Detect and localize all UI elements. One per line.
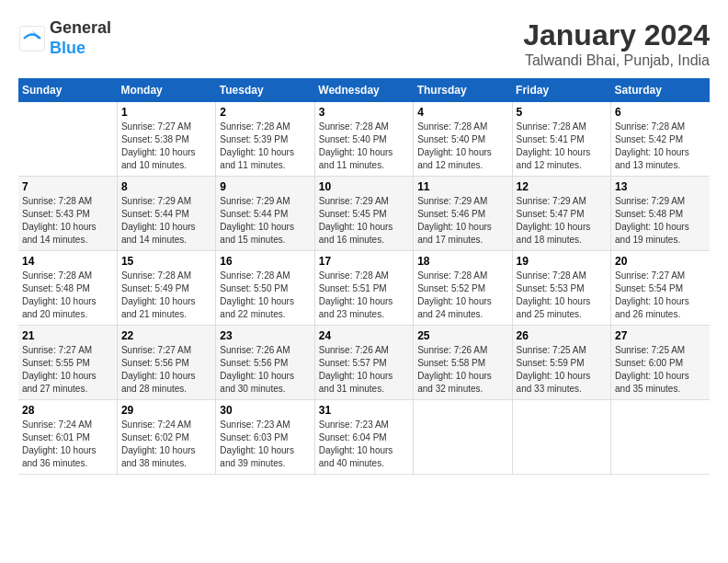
logo-icon bbox=[18, 25, 46, 52]
calendar-cell: 2Sunrise: 7:28 AM Sunset: 5:39 PM Daylig… bbox=[216, 102, 314, 177]
logo: General Blue bbox=[18, 18, 111, 58]
day-number: 10 bbox=[319, 180, 409, 193]
day-number: 27 bbox=[615, 329, 706, 342]
day-info: Sunrise: 7:27 AM Sunset: 5:38 PM Dayligh… bbox=[121, 121, 211, 172]
day-info: Sunrise: 7:28 AM Sunset: 5:39 PM Dayligh… bbox=[220, 121, 310, 172]
day-info: Sunrise: 7:28 AM Sunset: 5:50 PM Dayligh… bbox=[220, 270, 310, 321]
header-sunday: Sunday bbox=[18, 78, 117, 102]
day-number: 6 bbox=[615, 106, 706, 119]
calendar-cell: 18Sunrise: 7:28 AM Sunset: 5:52 PM Dayli… bbox=[414, 251, 512, 326]
day-number: 13 bbox=[615, 180, 706, 193]
day-info: Sunrise: 7:25 AM Sunset: 6:00 PM Dayligh… bbox=[615, 344, 706, 396]
header-monday: Monday bbox=[117, 78, 215, 102]
calendar-cell: 17Sunrise: 7:28 AM Sunset: 5:51 PM Dayli… bbox=[314, 251, 413, 326]
calendar-cell bbox=[512, 400, 610, 475]
day-info: Sunrise: 7:28 AM Sunset: 5:40 PM Dayligh… bbox=[319, 121, 409, 172]
day-info: Sunrise: 7:24 AM Sunset: 6:02 PM Dayligh… bbox=[121, 419, 211, 470]
week-row-1: 7Sunrise: 7:28 AM Sunset: 5:43 PM Daylig… bbox=[18, 177, 710, 251]
calendar-cell: 9Sunrise: 7:29 AM Sunset: 5:44 PM Daylig… bbox=[216, 177, 314, 251]
day-number: 2 bbox=[220, 106, 310, 119]
day-info: Sunrise: 7:23 AM Sunset: 6:04 PM Dayligh… bbox=[319, 419, 409, 470]
day-number: 28 bbox=[22, 404, 113, 417]
calendar-cell bbox=[18, 102, 117, 177]
calendar-cell: 7Sunrise: 7:28 AM Sunset: 5:43 PM Daylig… bbox=[18, 177, 117, 251]
day-number: 25 bbox=[417, 329, 507, 342]
calendar-cell: 26Sunrise: 7:25 AM Sunset: 5:59 PM Dayli… bbox=[512, 326, 610, 400]
header-tuesday: Tuesday bbox=[216, 78, 314, 102]
calendar-title: January 2024 bbox=[523, 18, 710, 52]
calendar-cell: 21Sunrise: 7:27 AM Sunset: 5:55 PM Dayli… bbox=[18, 326, 117, 400]
calendar-cell: 3Sunrise: 7:28 AM Sunset: 5:40 PM Daylig… bbox=[314, 102, 413, 177]
calendar-cell: 1Sunrise: 7:27 AM Sunset: 5:38 PM Daylig… bbox=[117, 102, 215, 177]
day-info: Sunrise: 7:28 AM Sunset: 5:40 PM Dayligh… bbox=[417, 121, 507, 172]
calendar-cell: 30Sunrise: 7:23 AM Sunset: 6:03 PM Dayli… bbox=[216, 400, 314, 475]
day-number: 14 bbox=[22, 255, 113, 268]
calendar-cell: 24Sunrise: 7:26 AM Sunset: 5:57 PM Dayli… bbox=[314, 326, 413, 400]
logo-line2: Blue bbox=[50, 39, 111, 59]
calendar-cell: 16Sunrise: 7:28 AM Sunset: 5:50 PM Dayli… bbox=[216, 251, 314, 326]
calendar-cell bbox=[414, 400, 512, 475]
day-number: 12 bbox=[517, 180, 607, 193]
day-info: Sunrise: 7:28 AM Sunset: 5:41 PM Dayligh… bbox=[517, 121, 607, 172]
calendar-cell bbox=[611, 400, 710, 475]
day-number: 16 bbox=[220, 255, 310, 268]
day-number: 11 bbox=[417, 180, 507, 193]
day-number: 24 bbox=[319, 329, 409, 342]
calendar-cell: 11Sunrise: 7:29 AM Sunset: 5:46 PM Dayli… bbox=[414, 177, 512, 251]
day-number: 26 bbox=[517, 329, 607, 342]
calendar-cell: 31Sunrise: 7:23 AM Sunset: 6:04 PM Dayli… bbox=[314, 400, 413, 475]
calendar-cell: 6Sunrise: 7:28 AM Sunset: 5:42 PM Daylig… bbox=[611, 102, 710, 177]
day-info: Sunrise: 7:28 AM Sunset: 5:53 PM Dayligh… bbox=[517, 270, 607, 321]
day-number: 17 bbox=[319, 255, 409, 268]
day-info: Sunrise: 7:29 AM Sunset: 5:45 PM Dayligh… bbox=[319, 195, 409, 247]
day-number: 15 bbox=[121, 255, 211, 268]
logo-line1: General bbox=[50, 18, 111, 39]
week-row-4: 28Sunrise: 7:24 AM Sunset: 6:01 PM Dayli… bbox=[18, 400, 710, 475]
calendar-cell: 28Sunrise: 7:24 AM Sunset: 6:01 PM Dayli… bbox=[18, 400, 117, 475]
day-number: 21 bbox=[22, 329, 113, 342]
day-number: 30 bbox=[220, 404, 310, 417]
calendar-cell: 27Sunrise: 7:25 AM Sunset: 6:00 PM Dayli… bbox=[611, 326, 710, 400]
day-info: Sunrise: 7:26 AM Sunset: 5:57 PM Dayligh… bbox=[319, 344, 409, 396]
day-number: 1 bbox=[121, 106, 211, 119]
day-info: Sunrise: 7:28 AM Sunset: 5:49 PM Dayligh… bbox=[121, 270, 211, 321]
header-friday: Friday bbox=[512, 78, 610, 102]
day-number: 7 bbox=[22, 180, 113, 193]
header-thursday: Thursday bbox=[414, 78, 512, 102]
calendar-cell: 20Sunrise: 7:27 AM Sunset: 5:54 PM Dayli… bbox=[611, 251, 710, 326]
day-number: 8 bbox=[121, 180, 211, 193]
week-row-0: 1Sunrise: 7:27 AM Sunset: 5:38 PM Daylig… bbox=[18, 102, 710, 177]
page-header: General Blue January 2024 Talwandi Bhai,… bbox=[18, 18, 710, 69]
day-info: Sunrise: 7:24 AM Sunset: 6:01 PM Dayligh… bbox=[22, 419, 113, 470]
week-row-2: 14Sunrise: 7:28 AM Sunset: 5:48 PM Dayli… bbox=[18, 251, 710, 326]
week-row-3: 21Sunrise: 7:27 AM Sunset: 5:55 PM Dayli… bbox=[18, 326, 710, 400]
day-info: Sunrise: 7:28 AM Sunset: 5:43 PM Dayligh… bbox=[22, 195, 113, 247]
calendar-cell: 13Sunrise: 7:29 AM Sunset: 5:48 PM Dayli… bbox=[611, 177, 710, 251]
calendar-cell: 19Sunrise: 7:28 AM Sunset: 5:53 PM Dayli… bbox=[512, 251, 610, 326]
day-info: Sunrise: 7:28 AM Sunset: 5:51 PM Dayligh… bbox=[319, 270, 409, 321]
day-number: 29 bbox=[121, 404, 211, 417]
day-number: 20 bbox=[615, 255, 706, 268]
calendar-cell: 22Sunrise: 7:27 AM Sunset: 5:56 PM Dayli… bbox=[117, 326, 215, 400]
header-row: SundayMondayTuesdayWednesdayThursdayFrid… bbox=[18, 78, 710, 102]
day-info: Sunrise: 7:28 AM Sunset: 5:48 PM Dayligh… bbox=[22, 270, 113, 321]
day-info: Sunrise: 7:26 AM Sunset: 5:56 PM Dayligh… bbox=[220, 344, 310, 396]
day-number: 5 bbox=[517, 106, 607, 119]
day-info: Sunrise: 7:29 AM Sunset: 5:44 PM Dayligh… bbox=[220, 195, 310, 247]
day-number: 3 bbox=[319, 106, 409, 119]
calendar-cell: 14Sunrise: 7:28 AM Sunset: 5:48 PM Dayli… bbox=[18, 251, 117, 326]
calendar-table: SundayMondayTuesdayWednesdayThursdayFrid… bbox=[18, 78, 710, 475]
title-block: January 2024 Talwandi Bhai, Punjab, Indi… bbox=[523, 18, 710, 69]
day-number: 19 bbox=[517, 255, 607, 268]
calendar-cell: 29Sunrise: 7:24 AM Sunset: 6:02 PM Dayli… bbox=[117, 400, 215, 475]
calendar-cell: 4Sunrise: 7:28 AM Sunset: 5:40 PM Daylig… bbox=[414, 102, 512, 177]
day-number: 18 bbox=[417, 255, 507, 268]
calendar-cell: 15Sunrise: 7:28 AM Sunset: 5:49 PM Dayli… bbox=[117, 251, 215, 326]
day-info: Sunrise: 7:29 AM Sunset: 5:44 PM Dayligh… bbox=[121, 195, 211, 247]
day-number: 4 bbox=[417, 106, 507, 119]
day-info: Sunrise: 7:27 AM Sunset: 5:54 PM Dayligh… bbox=[615, 270, 706, 321]
day-number: 9 bbox=[220, 180, 310, 193]
day-info: Sunrise: 7:28 AM Sunset: 5:42 PM Dayligh… bbox=[615, 121, 706, 172]
svg-rect-0 bbox=[20, 26, 45, 51]
calendar-cell: 23Sunrise: 7:26 AM Sunset: 5:56 PM Dayli… bbox=[216, 326, 314, 400]
